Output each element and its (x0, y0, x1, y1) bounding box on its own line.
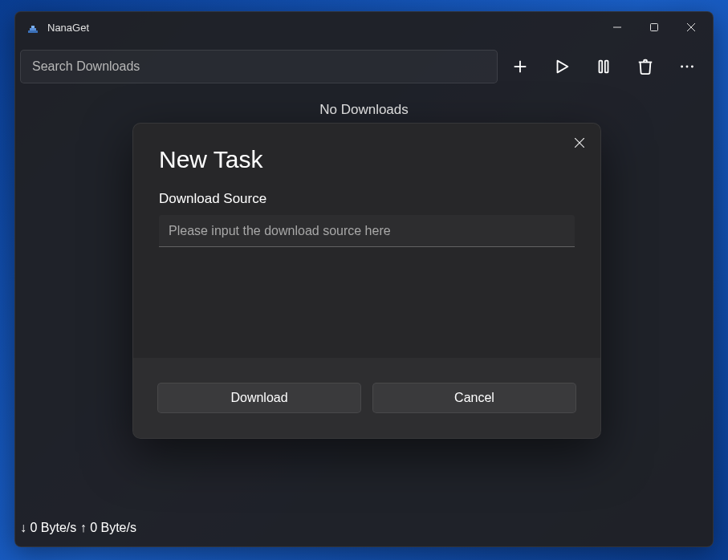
pause-button[interactable] (584, 50, 623, 83)
status-bar: ↓ 0 Byte/s ↑ 0 Byte/s (15, 514, 713, 546)
svg-marker-9 (558, 61, 568, 73)
svg-rect-0 (28, 30, 38, 33)
svg-rect-10 (600, 61, 603, 73)
svg-point-13 (686, 66, 689, 68)
download-source-input[interactable] (159, 215, 575, 247)
dialog-title: New Task (159, 146, 575, 173)
cancel-button[interactable]: Cancel (372, 383, 576, 413)
more-button[interactable] (668, 50, 706, 83)
start-button[interactable] (543, 50, 581, 83)
window-controls (599, 14, 710, 40)
download-source-label: Download Source (159, 191, 575, 207)
svg-rect-1 (30, 28, 36, 30)
new-task-dialog: New Task Download Source Download Cancel (132, 123, 601, 439)
delete-button[interactable] (626, 50, 665, 83)
app-title: NanaGet (47, 22, 599, 34)
dialog-close-button[interactable] (568, 132, 591, 154)
minimize-button[interactable] (599, 14, 636, 40)
add-task-button[interactable] (501, 50, 539, 83)
svg-rect-11 (605, 61, 608, 73)
app-window: NanaGet No Do (14, 11, 714, 547)
svg-point-12 (681, 66, 683, 68)
empty-state-text: No Downloads (15, 102, 713, 118)
download-button[interactable]: Download (157, 383, 361, 413)
svg-rect-4 (651, 24, 658, 31)
dialog-body: New Task Download Source (133, 124, 600, 358)
dialog-footer: Download Cancel (133, 358, 600, 438)
close-button[interactable] (673, 14, 710, 40)
transfer-speed: ↓ 0 Byte/s ↑ 0 Byte/s (20, 521, 136, 535)
search-input[interactable] (20, 50, 498, 83)
toolbar (15, 43, 713, 91)
download-button-label: Download (230, 391, 287, 405)
cancel-button-label: Cancel (454, 391, 494, 405)
titlebar: NanaGet (15, 12, 713, 43)
app-icon (26, 21, 39, 34)
svg-rect-2 (31, 26, 35, 28)
maximize-button[interactable] (636, 14, 673, 40)
svg-point-14 (691, 66, 693, 68)
